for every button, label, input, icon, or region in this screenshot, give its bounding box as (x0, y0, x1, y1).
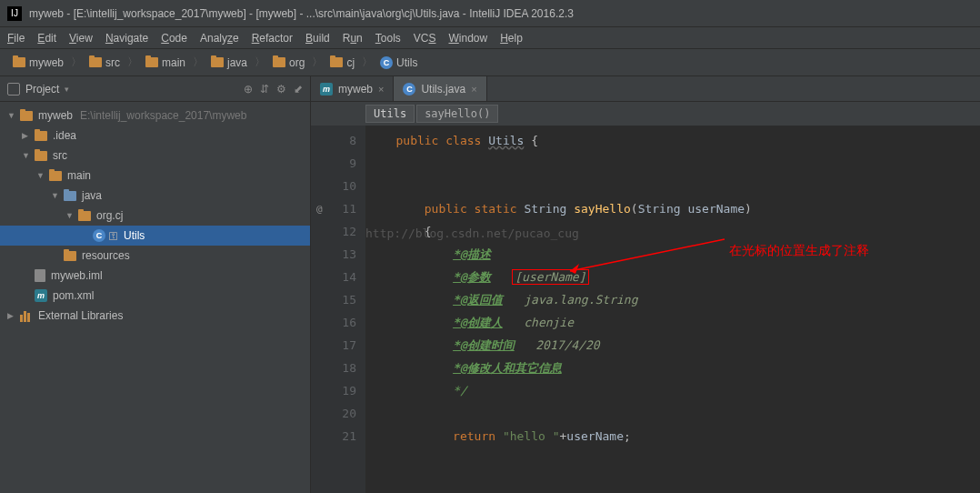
lock-icon: ⚿ (109, 231, 118, 241)
tree-root[interactable]: ▼mywebE:\intellij_workspace_2017\myweb (0, 106, 310, 126)
crumb-sep: 〉 (362, 55, 373, 70)
folder-icon (330, 57, 343, 67)
folder-icon (35, 151, 47, 161)
lib-icon (20, 309, 33, 322)
crumb-java[interactable]: java (205, 55, 253, 71)
tree-iml[interactable]: myweb.iml (0, 266, 310, 286)
expand-icon[interactable]: ▶ (22, 131, 31, 140)
window-title: myweb - [E:\intellij_workspace_2017\mywe… (29, 7, 574, 20)
app-icon: IJ (7, 6, 22, 21)
crumb-sep: 〉 (71, 55, 82, 70)
expand-icon[interactable]: ▼ (22, 151, 31, 160)
close-icon[interactable]: × (378, 84, 384, 95)
line-num[interactable]: 20 (311, 402, 356, 425)
project-tree: ▼mywebE:\intellij_workspace_2017\myweb ▶… (0, 102, 310, 329)
crumb-root[interactable]: myweb (7, 55, 69, 71)
folder-icon (89, 57, 102, 67)
file-icon (35, 269, 45, 282)
menu-analyze[interactable]: Analyze (200, 32, 239, 45)
crumb-class[interactable]: Utils (365, 105, 415, 123)
menu-tools[interactable]: Tools (375, 32, 401, 45)
annotation-text: 在光标的位置生成了注释 (729, 239, 869, 262)
menu-vcs[interactable]: VCS (414, 32, 436, 45)
tree-idea[interactable]: ▶.idea (0, 126, 310, 146)
scroll-from-icon[interactable]: ⊕ (244, 83, 253, 96)
folder-icon (273, 57, 285, 67)
expand-icon[interactable]: ▼ (36, 171, 45, 180)
gutter: 8 9 10 @11 12 13 14 15 16 17 18 19 20 21 (311, 126, 365, 493)
menu-view[interactable]: View (69, 32, 93, 45)
menu-refactor[interactable]: Refactor (252, 32, 293, 45)
line-num[interactable]: 21 (311, 425, 356, 448)
override-icon[interactable]: @ (316, 197, 323, 220)
menu-file[interactable]: File (7, 32, 25, 45)
expand-icon[interactable]: ▼ (65, 211, 75, 220)
tree-pom[interactable]: mpom.xml (0, 286, 310, 306)
main-area: Project ▾ ⊕ ⇵ ⚙ ⬋ ▼mywebE:\intellij_work… (0, 76, 980, 493)
hide-icon[interactable]: ⬋ (294, 83, 303, 96)
menu-bar: File Edit View Navigate Code Analyze Ref… (0, 27, 980, 49)
class-icon: C (403, 83, 415, 96)
crumb-utils[interactable]: CUtils (375, 55, 423, 71)
menu-code[interactable]: Code (161, 32, 187, 45)
crumb-main[interactable]: main (140, 55, 191, 71)
editor-content[interactable]: 8 9 10 @11 12 13 14 15 16 17 18 19 20 21… (311, 126, 980, 493)
line-num[interactable]: 15 (311, 288, 356, 311)
close-icon[interactable]: × (471, 84, 476, 95)
menu-edit[interactable]: Edit (37, 32, 56, 45)
editor-area: mmyweb× CUtils.java× Utils sayHello() 8 … (311, 76, 980, 493)
crumb-method[interactable]: sayHello() (416, 105, 498, 123)
tree-src[interactable]: ▼src (0, 146, 310, 166)
folder-icon (145, 57, 158, 67)
crumb-src[interactable]: src (84, 55, 125, 71)
crumb-sep: 〉 (127, 55, 138, 70)
line-num[interactable]: 19 (311, 379, 356, 402)
maven-icon: m (320, 83, 333, 96)
menu-navigate[interactable]: Navigate (105, 32, 148, 45)
crumb-sep: 〉 (255, 55, 265, 70)
dropdown-icon[interactable]: ▾ (65, 85, 69, 94)
crumb-org[interactable]: org (267, 55, 310, 71)
line-num[interactable]: 9 (311, 152, 356, 175)
folder-icon (13, 57, 25, 67)
folder-icon (64, 191, 76, 201)
maven-icon: m (35, 289, 47, 302)
folder-icon (78, 211, 91, 221)
tree-resources[interactable]: resources (0, 246, 310, 266)
line-num[interactable]: 8 (311, 129, 356, 152)
menu-window[interactable]: Window (448, 32, 487, 45)
line-num[interactable]: 18 (311, 357, 356, 379)
tree-extlib[interactable]: ▶External Libraries (0, 306, 310, 326)
code-area[interactable]: public class Utils { public static Strin… (365, 126, 980, 493)
tab-myweb[interactable]: mmyweb× (311, 76, 394, 101)
expand-icon[interactable]: ▶ (7, 311, 16, 320)
line-num[interactable]: 17 (311, 334, 356, 357)
line-num[interactable]: 10 (311, 175, 356, 197)
folder-icon (35, 131, 47, 141)
tree-main[interactable]: ▼main (0, 166, 310, 186)
folder-icon (211, 57, 224, 67)
tree-pkg[interactable]: ▼org.cj (0, 206, 310, 226)
line-num[interactable]: 13 (311, 243, 356, 266)
tree-java[interactable]: ▼java (0, 186, 310, 206)
line-num[interactable]: 12 (311, 220, 356, 243)
expand-icon[interactable]: ▼ (51, 191, 60, 200)
project-sidebar: Project ▾ ⊕ ⇵ ⚙ ⬋ ▼mywebE:\intellij_work… (0, 76, 311, 493)
line-num[interactable]: 14 (311, 266, 356, 288)
expand-icon[interactable]: ▼ (7, 111, 16, 120)
line-num[interactable]: 16 (311, 311, 356, 334)
crumb-cj[interactable]: cj (325, 55, 360, 71)
menu-help[interactable]: Help (500, 32, 523, 45)
line-num[interactable]: @11 (311, 197, 356, 220)
editor-crumb-bar: Utils sayHello() (311, 102, 980, 126)
sidebar-title: Project (25, 83, 59, 96)
tree-utils[interactable]: C⚿Utils (0, 226, 310, 246)
folder-icon (20, 111, 33, 121)
sidebar-header: Project ▾ ⊕ ⇵ ⚙ ⬋ (0, 76, 310, 102)
menu-build[interactable]: Build (305, 32, 330, 45)
collapse-icon[interactable]: ⇵ (260, 83, 269, 96)
tab-utils[interactable]: CUtils.java× (394, 76, 486, 101)
gear-icon[interactable]: ⚙ (276, 83, 286, 96)
menu-run[interactable]: Run (343, 32, 363, 45)
folder-icon (49, 171, 62, 181)
